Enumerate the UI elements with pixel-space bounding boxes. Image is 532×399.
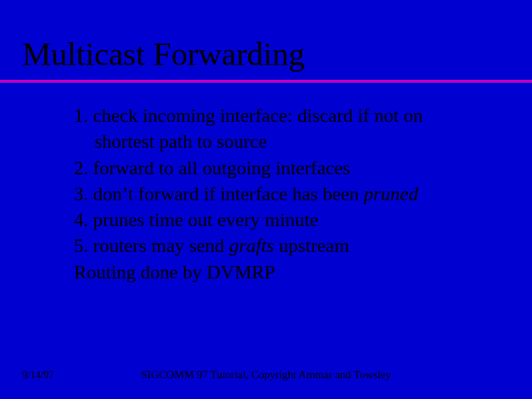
list-item: 5. routers may send grafts upstream xyxy=(74,233,488,258)
list-item: 4. prunes time out every minute xyxy=(74,208,488,232)
item-em: pruned xyxy=(364,183,418,205)
item-text: 1. check incoming interface: discard if … xyxy=(74,105,423,126)
slide: Multicast Forwarding 1. check incoming i… xyxy=(0,0,532,399)
item-text: 4. prunes time out every minute xyxy=(74,209,318,231)
title-underline xyxy=(0,80,532,83)
list-item: 2. forward to all outgoing interfaces xyxy=(74,156,488,180)
slide-title: Multicast Forwarding xyxy=(22,35,305,73)
item-text: shortest path to source xyxy=(95,131,267,152)
item-em: grafts xyxy=(229,235,274,256)
list-item: Routing done by DVMRP xyxy=(74,260,488,284)
list-item: shortest path to source xyxy=(74,129,488,154)
item-text: 5. routers may send xyxy=(74,235,229,256)
item-text: 3. don’t forward if interface has been xyxy=(74,183,364,205)
item-text: Routing done by DVMRP xyxy=(74,262,275,283)
footer-copyright: SIGCOMM 97 Tutorial, Copyright Ammar and… xyxy=(0,369,532,381)
item-text: 2. forward to all outgoing interfaces xyxy=(74,157,350,179)
list-item: 3. don’t forward if interface has been p… xyxy=(74,182,488,206)
list-item: 1. check incoming interface: discard if … xyxy=(74,103,488,128)
item-text: upstream xyxy=(274,235,349,256)
slide-body: 1. check incoming interface: discard if … xyxy=(74,103,488,286)
